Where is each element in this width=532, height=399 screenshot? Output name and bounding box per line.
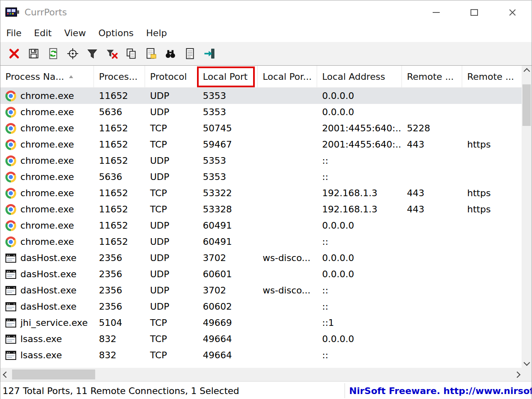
vertical-scrollbar[interactable] [522,66,532,368]
table-row[interactable]: dasHost.exe2356UDP3702ws-disco...0.0.0.0 [0,250,522,266]
chrome-icon [5,188,16,199]
cell-process-name: dasHost.exe [0,282,94,298]
cell-protocol: UDP [145,234,198,250]
cell-local-port: 53322 [198,185,258,201]
cell-local-port-name [258,201,317,217]
cell-local-port-name: ws-disco... [258,282,317,298]
delete-icon[interactable] [7,47,21,61]
table-row[interactable]: dasHost.exe2356UDP3702ws-disco...:: [0,282,522,298]
column-header-process-id[interactable]: Proces... [94,66,145,87]
cell-remote-port [402,282,462,298]
table-row[interactable]: lsass.exe832TCP496640.0.0.0 [0,331,522,347]
menu-options[interactable]: Options [99,28,134,38]
table-row[interactable]: chrome.exe11652UDP604910.0.0.0 [0,217,522,234]
cell-protocol: TCP [145,120,198,136]
cell-process-name: chrome.exe [0,88,94,104]
cell-local-address: 192.168.1.3 [317,201,402,217]
column-header-local-address[interactable]: Local Address [317,66,402,87]
table-row[interactable]: chrome.exe5636UDP5353:: [0,169,522,185]
cell-process-id: 11652 [94,185,145,201]
menu-view[interactable]: View [64,28,86,38]
cell-process-name: dasHost.exe [0,266,94,282]
exit-icon[interactable] [202,47,217,61]
application-icon [5,350,16,361]
column-header-remote-port-name[interactable]: Remote ... [462,66,522,87]
cell-process-id: 5104 [94,315,145,331]
cell-local-address: 0.0.0.0 [317,104,402,120]
table-row[interactable]: chrome.exe11652TCP507452001:4455:640:...… [0,120,522,136]
target-icon[interactable] [66,47,80,61]
cell-process-name: chrome.exe [0,120,94,136]
close-icon[interactable] [500,3,525,22]
cell-process-id: 11652 [94,136,145,153]
vertical-scroll-thumb[interactable] [522,84,531,126]
nirsoft-link[interactable]: NirSoft Freeware. http://www.nirsoft.n [345,383,532,398]
scroll-right-icon[interactable] [512,368,522,381]
cell-process-id: 11652 [94,88,145,104]
copy-icon[interactable] [124,47,138,61]
column-header-remote-port[interactable]: Remote ... [402,66,462,87]
process-name-text: chrome.exe [20,139,74,150]
cell-protocol: TCP [145,185,198,201]
cell-protocol: UDP [145,266,198,282]
application-icon [5,285,16,296]
menu-file[interactable]: File [6,28,22,38]
cell-remote-port [402,153,462,169]
table-row[interactable]: chrome.exe5636UDP53530.0.0.0 [0,104,522,120]
cell-local-port-name [258,104,317,120]
status-bar: 127 Total Ports, 11 Remote Connections, … [0,381,532,399]
cell-local-address: 0.0.0.0 [317,217,402,234]
column-header-process-name[interactable]: Process Na... [0,66,94,87]
process-name-text: chrome.exe [20,220,74,231]
table-row[interactable]: lsass.exe832TCP49664:: [0,347,522,363]
cell-local-port: 60491 [198,217,258,234]
table-row[interactable]: dasHost.exe2356UDP60602:: [0,298,522,315]
find-icon[interactable] [163,47,177,61]
menu-help[interactable]: Help [146,28,167,38]
horizontal-scroll-thumb[interactable] [12,369,95,379]
cell-remote-port-name [462,282,522,298]
table-row[interactable]: chrome.exe11652TCP594672001:4455:640:...… [0,136,522,153]
column-header-protocol[interactable]: Protocol [145,66,198,87]
process-name-text: chrome.exe [20,123,74,133]
refresh-icon[interactable] [46,47,60,61]
table-row[interactable]: chrome.exe11652TCP53322192.168.1.3443htt… [0,185,522,201]
cell-remote-port-name [462,315,522,331]
cell-remote-port: 443 [402,201,462,217]
cell-local-port: 5353 [198,104,258,120]
table-row[interactable]: dasHost.exe2356UDP606010.0.0.0 [0,266,522,282]
column-header-local-port-name[interactable]: Local Por... [258,66,317,87]
report-icon[interactable] [183,47,197,61]
horizontal-scrollbar[interactable] [0,368,522,381]
table-row[interactable]: chrome.exe11652UDP5353:: [0,153,522,169]
cell-local-port-name [258,331,317,347]
save-icon[interactable] [27,47,41,61]
cell-process-name: chrome.exe [0,185,94,201]
filter-icon[interactable] [85,47,99,61]
cell-process-id: 11652 [94,217,145,234]
properties-icon[interactable] [144,47,158,61]
cell-protocol: TCP [145,136,198,153]
cell-local-address: 0.0.0.0 [317,88,402,104]
table-row[interactable]: chrome.exe11652UDP53530.0.0.0 [0,88,522,104]
process-name-text: chrome.exe [20,91,74,101]
scroll-down-icon[interactable] [522,357,532,368]
cell-remote-port [402,88,462,104]
table-row[interactable]: jhi_service.exe5104TCP49669::1 [0,315,522,331]
column-label: Local Address [322,71,385,82]
table-row[interactable]: chrome.exe11652TCP53328192.168.1.3443htt… [0,201,522,217]
cell-remote-port [402,298,462,315]
scroll-left-icon[interactable] [0,368,11,381]
maximize-icon[interactable] [462,3,487,22]
menu-bar: FileEditViewOptionsHelp [0,24,532,42]
cell-process-name: dasHost.exe [0,250,94,266]
table-row[interactable]: chrome.exe11652UDP60491:: [0,234,522,250]
clear-filter-icon[interactable] [105,47,119,61]
scroll-up-icon[interactable] [522,66,532,76]
cell-remote-port [402,250,462,266]
minimize-icon[interactable] [424,3,448,22]
cell-remote-port-name [462,153,522,169]
column-header-local-port[interactable]: Local Port [198,66,258,87]
cell-remote-port-name [462,266,522,282]
menu-edit[interactable]: Edit [34,28,52,38]
